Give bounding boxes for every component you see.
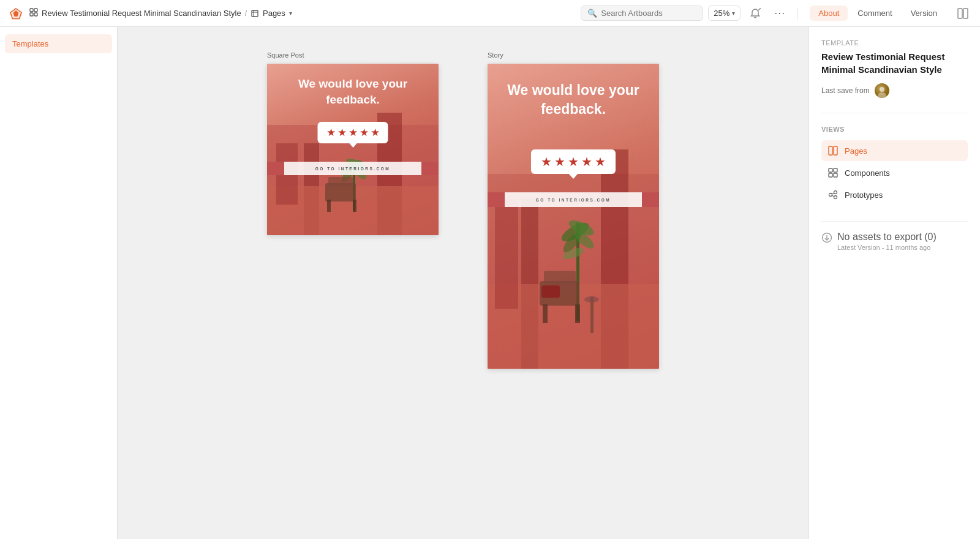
more-options-button[interactable]: ··· (770, 4, 790, 23)
svg-point-46 (880, 87, 884, 92)
sidebar: Templates (0, 27, 118, 539)
sidebar-item-templates[interactable]: Templates (5, 34, 112, 53)
components-icon (827, 167, 839, 178)
panel-divider (821, 113, 968, 113)
svg-line-58 (832, 195, 834, 197)
zoom-control[interactable]: 25% ▾ (708, 6, 741, 21)
topbar: Review Testimonial Request Minimal Scand… (0, 0, 980, 27)
pages-label[interactable]: Pages (263, 9, 285, 18)
svg-rect-24 (327, 200, 331, 212)
tab-version[interactable]: Version (902, 6, 946, 21)
main-layout: Templates Square Post (0, 27, 980, 539)
artboard-story-stripe: GO TO INTERIORS.COM (488, 192, 659, 207)
view-pages-label: Pages (845, 146, 867, 156)
search-icon: 🔍 (587, 9, 597, 18)
topbar-tabs: About Comment Version (810, 6, 946, 21)
artboard-story-label: Story (488, 51, 659, 59)
artboard-story[interactable]: We would love your feedback. ★ ★ ★ ★ ★ (488, 64, 659, 369)
svg-line-10 (758, 8, 761, 10)
svg-rect-11 (958, 9, 962, 18)
view-prototypes-label: Prototypes (845, 190, 883, 200)
svg-point-56 (834, 196, 837, 199)
topbar-divider (797, 7, 797, 20)
search-input[interactable] (601, 9, 696, 18)
panel-section-label: Template (821, 39, 968, 47)
svg-rect-3 (30, 9, 33, 12)
app-logo[interactable] (7, 5, 24, 22)
artboard-square-post-wrapper: Square Post (267, 51, 439, 235)
search-bar: 🔍 (581, 6, 703, 21)
breadcrumb: Review Testimonial Request Minimal Scand… (29, 8, 292, 18)
canvas-area: Square Post (118, 27, 809, 539)
zoom-chevron: ▾ (732, 10, 735, 17)
view-item-prototypes[interactable]: Prototypes (821, 184, 968, 205)
artboard-square-stripe: GO TO INTERIORS.COM (267, 162, 439, 175)
svg-rect-48 (829, 146, 832, 155)
prototypes-icon (827, 189, 839, 200)
panel-export-section: No assets to export (0) Latest Version -… (821, 221, 968, 251)
artboard-icon (251, 9, 259, 18)
views-label: VIEWS (821, 126, 968, 133)
svg-rect-44 (541, 285, 560, 298)
svg-rect-39 (543, 304, 548, 323)
svg-rect-4 (34, 9, 37, 12)
zoom-value: 25% (714, 9, 729, 18)
svg-rect-40 (575, 304, 580, 323)
svg-rect-50 (829, 168, 832, 172)
tab-about[interactable]: About (810, 6, 848, 21)
artboard-story-heading: We would love your feedback. (488, 81, 659, 119)
pages-grid-icon (29, 8, 38, 18)
svg-rect-43 (495, 198, 518, 309)
svg-rect-6 (34, 13, 37, 16)
export-subtitle: Latest Version - 11 months ago (837, 244, 937, 251)
pages-view-icon (827, 145, 839, 156)
artboard-story-stripe-text: GO TO INTERIORS.COM (536, 198, 611, 202)
artboard-square-heading: We would love your feedback. (267, 76, 439, 107)
svg-rect-52 (829, 173, 832, 177)
svg-point-54 (829, 194, 832, 197)
artboard-square-label: Square Post (267, 51, 439, 59)
view-item-components[interactable]: Components (821, 162, 968, 183)
tab-comment[interactable]: Comment (849, 6, 900, 21)
panel-last-save: Last save from (821, 83, 968, 98)
view-components-label: Components (845, 168, 890, 178)
artboard-square-post[interactable]: We would love your feedback. ★ ★ ★ ★ ★ (267, 64, 439, 235)
panel-title: Review Testimonial Request Minimal Scand… (821, 50, 968, 76)
artboard-square-stripe-text: GO TO INTERIORS.COM (315, 167, 391, 171)
export-row: No assets to export (0) Latest Version -… (821, 232, 968, 251)
artboard-square-stars: ★ ★ ★ ★ ★ (318, 122, 388, 143)
layout-toggle-button[interactable] (953, 4, 973, 23)
notifications-button[interactable] (745, 4, 765, 23)
artboard-story-wrapper: Story (488, 51, 659, 369)
artboards-container: Square Post (267, 51, 659, 369)
svg-rect-12 (963, 9, 968, 18)
svg-rect-25 (353, 200, 356, 212)
breadcrumb-separator: / (245, 9, 247, 18)
pages-chevron[interactable]: ▾ (289, 10, 292, 17)
artboard-story-stars: ★ ★ ★ ★ ★ (531, 149, 616, 174)
last-save-label: Last save from (821, 86, 870, 95)
svg-rect-7 (252, 10, 258, 17)
right-panel: Template Review Testimonial Request Mini… (809, 27, 980, 539)
view-item-pages[interactable]: Pages (821, 140, 968, 161)
svg-rect-51 (834, 168, 837, 172)
svg-rect-49 (834, 146, 837, 155)
svg-point-42 (584, 296, 599, 303)
svg-rect-53 (834, 173, 837, 177)
project-name: Review Testimonial Request Minimal Scand… (42, 9, 241, 18)
svg-rect-38 (544, 271, 576, 284)
export-title: No assets to export (0) (837, 232, 937, 243)
svg-rect-5 (30, 13, 33, 16)
svg-point-55 (834, 191, 837, 194)
export-download-icon (821, 232, 832, 243)
export-info: No assets to export (0) Latest Version -… (837, 232, 937, 251)
svg-line-57 (832, 193, 834, 194)
svg-rect-23 (328, 177, 353, 186)
avatar (875, 83, 889, 98)
